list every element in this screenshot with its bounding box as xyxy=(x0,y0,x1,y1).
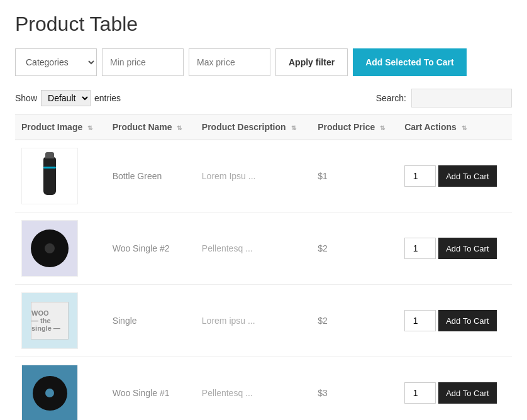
min-price-input[interactable] xyxy=(102,48,184,76)
table-controls: Show Default 10 25 50 100 entries Search… xyxy=(15,89,512,108)
add-to-cart-button[interactable]: Add To Cart xyxy=(438,382,496,404)
quantity-input[interactable] xyxy=(404,382,436,404)
cart-actions: Add To Cart xyxy=(404,165,506,187)
show-entries: Show Default 10 25 50 100 entries xyxy=(15,90,121,106)
table-header-row: Product Image ⇅ Product Name ⇅ Product D… xyxy=(15,114,512,140)
sort-icon-cart: ⇅ xyxy=(462,124,467,131)
table-row: Woo Single #2Pellentesq ...$2 Add To Car… xyxy=(15,213,512,285)
product-price-cell: $1 xyxy=(311,140,398,213)
product-desc-cell: Pellentesq ... xyxy=(196,213,311,285)
col-product-image[interactable]: Product Image ⇅ xyxy=(15,114,106,140)
add-to-cart-button[interactable]: Add To Cart xyxy=(438,165,496,187)
product-name-cell: Bottle Green xyxy=(106,140,196,213)
sort-icon-image: ⇅ xyxy=(87,124,92,131)
table-row: WOO— the single — SingleLorem ipsu ...$2… xyxy=(15,285,512,357)
max-price-input[interactable] xyxy=(189,48,270,76)
show-label: Show xyxy=(15,93,37,103)
apply-filter-button[interactable]: Apply filter xyxy=(275,48,348,76)
cart-actions: Add To Cart xyxy=(404,382,506,404)
product-image-bottle xyxy=(21,148,78,204)
product-image-woo-record xyxy=(21,220,78,277)
product-image-woo-label: WOO— the single — xyxy=(21,292,78,349)
cart-actions: Add To Cart xyxy=(404,310,506,331)
quantity-input[interactable] xyxy=(404,165,436,187)
table-row: Bottle GreenLorem Ipsu ...$1 Add To Cart xyxy=(15,140,512,213)
product-desc-cell: Pellentesq ... xyxy=(196,357,311,421)
quantity-input[interactable] xyxy=(404,310,436,331)
page-title: Product Table xyxy=(15,13,512,36)
product-price-cell: $3 xyxy=(311,357,398,421)
add-to-cart-button[interactable]: Add To Cart xyxy=(438,310,496,331)
product-name-cell: Woo Single #1 xyxy=(106,357,196,421)
product-image-woo-single1 xyxy=(21,365,78,420)
col-product-name[interactable]: Product Name ⇅ xyxy=(106,114,196,140)
cart-actions: Add To Cart xyxy=(404,238,506,259)
product-name-cell: Woo Single #2 xyxy=(106,213,196,285)
categories-select[interactable]: Categories Music Clothing xyxy=(15,48,97,76)
cart-actions-cell: Add To Cart xyxy=(398,357,512,421)
sort-icon-price: ⇅ xyxy=(380,124,385,131)
cart-actions-cell: Add To Cart xyxy=(398,140,512,213)
sort-icon-desc: ⇅ xyxy=(291,124,296,131)
search-bar: Search: xyxy=(376,89,512,108)
entries-label: entries xyxy=(94,93,121,103)
product-name-cell: Single xyxy=(106,285,196,357)
search-label: Search: xyxy=(376,93,406,103)
search-input[interactable] xyxy=(411,89,512,108)
cart-actions-cell: Add To Cart xyxy=(398,285,512,357)
product-price-cell: $2 xyxy=(311,285,398,357)
product-desc-cell: Lorem Ipsu ... xyxy=(196,140,311,213)
add-selected-to-cart-button[interactable]: Add Selected To Cart xyxy=(353,48,467,76)
cart-actions-cell: Add To Cart xyxy=(398,213,512,285)
table-row: Woo Single #1Pellentesq ...$3 Add To Car… xyxy=(15,357,512,421)
col-product-price[interactable]: Product Price ⇅ xyxy=(311,114,398,140)
product-table: Product Image ⇅ Product Name ⇅ Product D… xyxy=(15,114,512,420)
col-product-description[interactable]: Product Description ⇅ xyxy=(196,114,311,140)
quantity-input[interactable] xyxy=(404,238,436,259)
product-desc-cell: Lorem ipsu ... xyxy=(196,285,311,357)
product-price-cell: $2 xyxy=(311,213,398,285)
add-to-cart-button[interactable]: Add To Cart xyxy=(438,238,496,259)
col-cart-actions[interactable]: Cart Actions ⇅ xyxy=(398,114,512,140)
entries-select[interactable]: Default 10 25 50 100 xyxy=(41,90,91,106)
sort-icon-name: ⇅ xyxy=(177,124,182,131)
filter-bar: Categories Music Clothing Apply filter A… xyxy=(15,48,512,76)
